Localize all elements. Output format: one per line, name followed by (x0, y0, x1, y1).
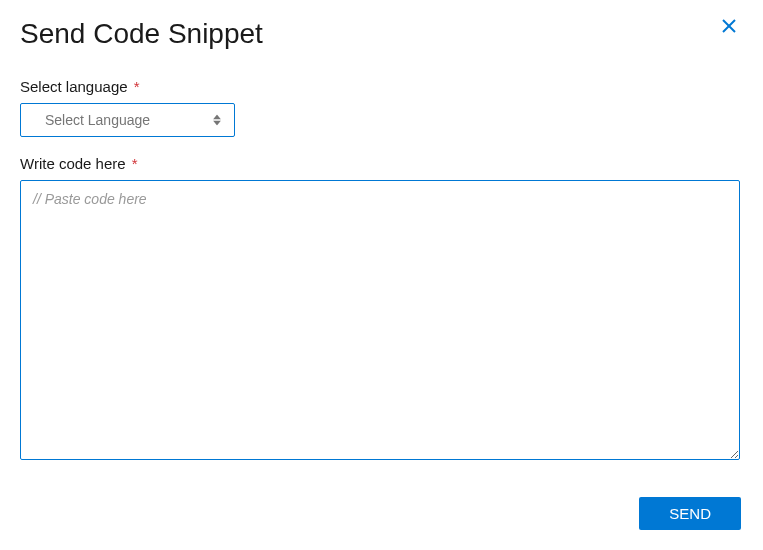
language-label: Select language * (20, 78, 743, 95)
language-select-placeholder: Select Language (45, 112, 150, 128)
dialog-title: Send Code Snippet (20, 18, 263, 50)
send-button[interactable]: SEND (639, 497, 741, 530)
close-button[interactable] (721, 20, 737, 36)
required-marker: * (134, 78, 140, 95)
code-label: Write code here * (20, 155, 743, 172)
language-select[interactable]: Select Language (20, 103, 235, 137)
close-icon (722, 19, 736, 37)
code-textarea[interactable] (20, 180, 740, 460)
code-label-text: Write code here (20, 155, 126, 172)
required-marker: * (132, 155, 138, 172)
language-label-text: Select language (20, 78, 128, 95)
